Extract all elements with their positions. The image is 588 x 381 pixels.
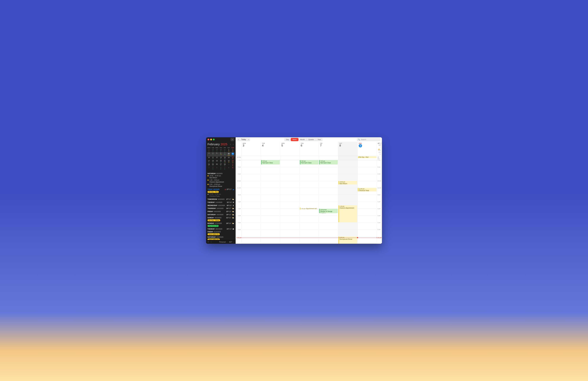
mini-day-cell[interactable]: 1 [227, 163, 231, 167]
view-week-button[interactable]: Week [291, 138, 298, 141]
search-input[interactable]: 🔍 Search [357, 138, 380, 141]
calendar-event[interactable]: 7:00 amYard Gym Class [261, 160, 280, 165]
next-week-button[interactable]: › [247, 138, 250, 141]
window-minimize-button[interactable] [210, 139, 212, 140]
mini-day-cell[interactable]: 13 [219, 156, 223, 160]
new-event-button[interactable]: ＋ [231, 138, 234, 141]
mini-day-cell[interactable]: 3 [207, 152, 211, 156]
mini-day-cell[interactable]: 30 [219, 149, 223, 152]
mini-day-cell[interactable]: 29 [215, 149, 219, 152]
view-month-button[interactable]: Month [298, 138, 307, 141]
agenda-event[interactable]: 1:30 – 4:00 pmCleaners Appointment [208, 179, 234, 183]
agenda-pill[interactable]: Bin Day - Yellow [208, 219, 220, 221]
day-column-sat[interactable]: 10:00 amIkea Return1:30 pmCleaners Appoi… [338, 160, 357, 244]
window-zoom-button[interactable] [213, 139, 215, 140]
agenda-pill[interactable]: Bin Day - Red [208, 191, 219, 193]
calendar-event[interactable]: 7:00 amYard Gym Class [319, 160, 338, 165]
day-header-cell[interactable]: MON3 [242, 142, 261, 156]
day-column-wed[interactable] [280, 160, 300, 244]
mini-day-cell[interactable]: 5 [215, 152, 219, 156]
mini-day-cell[interactable]: 21 [223, 160, 227, 163]
mini-day-cell[interactable]: 14 [223, 156, 227, 160]
calendar-set-selector[interactable]: Personal [219, 241, 228, 243]
checkbox-icon[interactable]: ☑ [208, 241, 209, 243]
day-column-sun[interactable]: 11:00 amCheckout Tesla [357, 160, 377, 244]
mini-day-cell[interactable]: 6 [219, 167, 223, 170]
mini-day-cell[interactable]: 9 [231, 152, 235, 156]
day-header-cell[interactable]: WED5 [280, 142, 300, 156]
window-close-button[interactable] [208, 139, 209, 140]
mini-day-cell[interactable]: 11 [211, 156, 215, 160]
mini-day-cell[interactable]: 24 [207, 163, 211, 167]
mini-day-cell[interactable]: 10 [207, 156, 211, 160]
day-header-cell[interactable]: SUN9 [357, 142, 377, 156]
agenda-event[interactable]: 6:00 – 10:00 pmDonnybrook Dinner [208, 183, 234, 187]
agenda-event[interactable]: 10:00 – 10:30 amIkea Return [208, 175, 234, 179]
allday-cell[interactable] [280, 156, 300, 160]
mini-day-cell[interactable]: 26 [215, 163, 219, 167]
allday-cell[interactable]: Bin Day - Red [357, 156, 377, 160]
view-day-button[interactable]: Day [284, 138, 291, 141]
timezone-selector[interactable]: AET [229, 241, 234, 243]
mini-day-cell[interactable]: 7 [223, 167, 227, 170]
agenda-pill[interactable]: Yarra valley trip [208, 238, 220, 240]
view-year-button[interactable]: Year [316, 138, 323, 141]
calendar-event[interactable]: 1:50 pm Appointment wit… [300, 208, 318, 210]
mini-day-cell[interactable]: 31 [223, 149, 227, 152]
calendar-event[interactable]: 11:00 amCheckout Tesla [358, 188, 377, 191]
prev-week-button[interactable]: ‹ [237, 138, 240, 141]
mini-day-cell[interactable]: 8 [227, 152, 231, 156]
sync-icon[interactable]: ◌ [210, 241, 212, 243]
mini-day-cell[interactable]: 17 [207, 160, 211, 163]
allday-event[interactable]: Bin Day - Red [358, 156, 377, 158]
day-column-thu[interactable]: 7:00 amYard Gym Class1:50 pm Appointment… [300, 160, 319, 244]
mini-day-cell[interactable]: 18 [211, 160, 215, 163]
mini-day-cell[interactable]: 28 [223, 163, 227, 167]
allday-cell[interactable] [338, 156, 357, 160]
today-button[interactable]: Today [240, 138, 247, 141]
mini-day-cell[interactable]: 22 [227, 160, 231, 163]
allday-cell[interactable] [319, 156, 338, 160]
agenda-event[interactable]: 11:00 – 11:30 amCheckout Tesla [208, 193, 234, 197]
mini-day-cell[interactable]: 25 [211, 163, 215, 167]
mini-day-cell[interactable]: 15 [227, 156, 231, 160]
mini-cal-prev-button[interactable]: ‹ [230, 143, 231, 146]
mini-day-cell[interactable]: 6 [219, 152, 223, 156]
mini-day-cell[interactable]: 2 [231, 149, 235, 152]
mini-day-cell[interactable]: 9 [231, 167, 235, 170]
agenda-list[interactable]: SATURDAY 8/2/202510:00 – 10:30 amIkea Re… [206, 171, 236, 240]
mini-day-cell[interactable]: 8 [227, 167, 231, 170]
mini-day-cell[interactable]: 1 [227, 149, 231, 152]
calendar-event[interactable]: 7:00 amYard Gym Class [300, 160, 318, 165]
calendar-event[interactable]: 10:00 amIkea Return [338, 181, 357, 184]
mini-day-cell[interactable]: 3 [207, 167, 211, 170]
mini-day-cell[interactable]: 2 [231, 163, 235, 167]
mini-cal-next-button[interactable]: › [232, 143, 234, 146]
week-grid-scroll[interactable]: 7 am8 am9 am10 am11 amnoon1 pm2 pm3 pm4 … [236, 160, 382, 244]
agenda-pill[interactable]: Pay Amex Bill [208, 225, 219, 227]
day-column-mon[interactable] [242, 160, 261, 244]
allday-cell[interactable] [261, 156, 280, 160]
mini-day-cell[interactable]: 4 [211, 152, 215, 156]
calendar-event[interactable]: 1:30 pmCleaners Appointment [338, 205, 357, 222]
day-column-fri[interactable]: 7:00 amYard Gym Class2:00 pm ⇄Shiveen & … [319, 160, 338, 244]
day-header-cell[interactable]: SAT8 [338, 142, 357, 156]
mini-day-cell[interactable]: 4 [211, 167, 215, 170]
mini-day-cell[interactable]: 7 [223, 152, 227, 156]
view-quarter-button[interactable]: Quarter [307, 138, 315, 141]
mini-day-cell[interactable]: 27 [219, 163, 223, 167]
day-header-cell[interactable]: THU6 [300, 142, 319, 156]
mini-day-cell[interactable]: 16 [231, 156, 235, 160]
mini-day-cell[interactable]: 20 [219, 160, 223, 163]
mini-day-cell[interactable]: 19 [215, 160, 219, 163]
mini-day-cell[interactable]: 27 [207, 149, 211, 152]
day-header-cell[interactable]: FRI7 [319, 142, 338, 156]
calendar-event[interactable]: 2:00 pm ⇄Shiveen & George Catchup [319, 209, 338, 213]
agenda-pill[interactable]: Yarra valley trip [208, 233, 220, 235]
mini-day-cell[interactable]: 12 [215, 156, 219, 160]
day-column-tue[interactable]: 7:00 amYard Gym Class [261, 160, 280, 244]
day-header-cell[interactable]: TUE4 [261, 142, 280, 156]
mini-day-cell[interactable]: 5 [215, 167, 219, 170]
mini-day-cell[interactable]: 28 [211, 149, 215, 152]
mini-day-cell[interactable]: 23 [231, 160, 235, 163]
